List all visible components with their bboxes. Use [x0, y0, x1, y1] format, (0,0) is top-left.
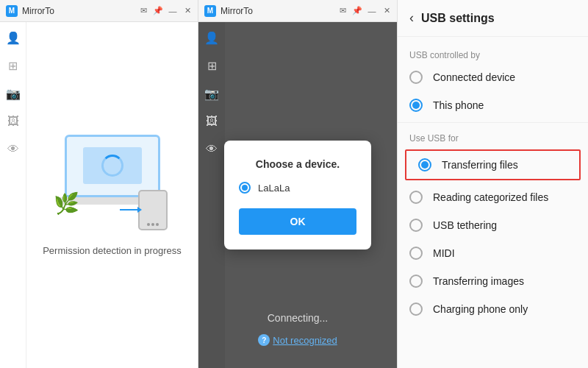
image-icon[interactable]: 🖼 — [5, 113, 21, 130]
transferring-images-radio[interactable] — [409, 275, 423, 288]
eye-icon[interactable]: 👁 — [5, 141, 21, 158]
panel1-title: MirrorTo — [22, 6, 135, 16]
dot2 — [151, 223, 154, 226]
connector-line — [120, 209, 138, 210]
grid-icon[interactable]: ⊞ — [5, 57, 21, 74]
laptop-screen — [65, 135, 160, 197]
help-icon: ? — [258, 334, 270, 346]
panel2-pin-icon[interactable]: 📌 — [353, 7, 362, 15]
section-divider — [398, 122, 588, 123]
panel2-mirrorto-dialog: MirrorTo ✉ 📌 — ✕ 👤 ⊞ 📷 🖼 👁 Choose a devi… — [198, 0, 397, 368]
usb-controlled-by-label: USB controlled by — [398, 46, 588, 63]
usb-settings-title: USB settings — [421, 12, 495, 25]
this-phone-radio[interactable] — [409, 99, 423, 112]
device-option[interactable]: LaLaLa — [239, 182, 356, 194]
device-option-label: LaLaLa — [258, 183, 290, 194]
charging-phone-only-option[interactable]: Charging phone only — [398, 295, 588, 323]
panel1-controls: ✉ 📌 — ✕ — [139, 7, 192, 15]
connector-arrow — [137, 207, 142, 213]
connected-device-radio[interactable] — [409, 71, 423, 84]
laptop-screen-inner — [83, 147, 142, 184]
illustration: 🌿 — [54, 135, 171, 230]
panel2-titlebar: MirrorTo ✉ 📌 — ✕ — [198, 0, 397, 22]
panel1-app-icon — [6, 5, 18, 17]
camera-icon[interactable]: 📷 — [5, 85, 21, 102]
midi-label: MIDI — [433, 247, 455, 259]
panel2-controls: ✉ 📌 — ✕ — [338, 7, 391, 15]
permission-status-text: Permission detection in progress — [43, 245, 182, 256]
close-icon[interactable]: ✕ — [183, 7, 192, 15]
use-usb-for-label: Use USB for — [398, 129, 588, 146]
this-phone-option[interactable]: This phone — [398, 91, 588, 119]
email-icon[interactable]: ✉ — [139, 7, 148, 15]
panel2-close-icon[interactable]: ✕ — [382, 7, 391, 15]
dot1 — [147, 223, 150, 226]
reading-categorized-radio[interactable] — [409, 191, 423, 204]
usb-settings-body: USB controlled by Connected device This … — [398, 37, 588, 368]
dot3 — [156, 223, 159, 226]
not-recognized-link[interactable]: ? Not recognized — [198, 334, 397, 346]
not-recognized-text[interactable]: Not recognized — [273, 335, 337, 346]
connected-device-option[interactable]: Connected device — [398, 63, 588, 91]
usb-tethering-label: USB tethering — [433, 219, 497, 231]
device-radio-selected[interactable] — [239, 182, 251, 194]
transferring-files-option[interactable]: Transferring files — [405, 149, 581, 180]
transferring-files-label: Transferring files — [442, 159, 518, 171]
panel3-usb-settings: ‹ USB settings USB controlled by Connect… — [397, 0, 588, 368]
this-phone-label: This phone — [433, 99, 484, 111]
usb-tethering-radio[interactable] — [409, 219, 423, 232]
panel1-body: 👤 ⊞ 📷 🖼 👁 🌿 — [0, 22, 198, 368]
phone-dots — [147, 223, 159, 226]
ok-button[interactable]: OK — [239, 208, 356, 235]
panel1-titlebar: MirrorTo ✉ 📌 — ✕ — [0, 0, 198, 22]
person-icon[interactable]: 👤 — [5, 29, 21, 46]
plant-decoration: 🌿 — [54, 191, 79, 216]
connecting-text: Connecting... — [198, 312, 397, 324]
panel1-mirrorto-app: MirrorTo ✉ 📌 — ✕ 👤 ⊞ 📷 🖼 👁 🌿 — [0, 0, 198, 368]
panel1-sidebar: 👤 ⊞ 📷 🖼 👁 — [0, 22, 26, 368]
panel2-app-icon — [204, 5, 216, 17]
panel2-minimize-icon[interactable]: — — [368, 7, 376, 15]
choose-device-dialog: Choose a device. LaLaLa OK — [224, 141, 371, 250]
panel2-body: 👤 ⊞ 📷 🖼 👁 Choose a device. LaLaLa OK Con… — [198, 22, 397, 368]
pin-icon[interactable]: 📌 — [154, 7, 162, 15]
use-usb-for-section: Use USB for Transferring files Reading c… — [398, 129, 588, 323]
transferring-files-radio[interactable] — [418, 158, 431, 171]
panel2-email-icon[interactable]: ✉ — [338, 7, 347, 15]
transferring-images-label: Transferring images — [433, 275, 524, 287]
minimize-icon[interactable]: — — [168, 7, 177, 15]
transferring-images-option[interactable]: Transferring images — [398, 267, 588, 295]
spinner — [101, 155, 123, 177]
panel1-main: 🌿 Permission detection in progress — [26, 22, 198, 368]
panel2-title: MirrorTo — [220, 6, 334, 16]
reading-categorized-files-option[interactable]: Reading categorized files — [398, 183, 588, 211]
dialog-title: Choose a device. — [239, 158, 356, 170]
midi-radio[interactable] — [409, 247, 423, 260]
reading-categorized-label: Reading categorized files — [433, 191, 548, 203]
usb-tethering-option[interactable]: USB tethering — [398, 211, 588, 239]
midi-option[interactable]: MIDI — [398, 239, 588, 267]
usb-settings-header: ‹ USB settings — [398, 0, 588, 37]
charging-phone-radio[interactable] — [409, 302, 423, 316]
connected-device-label: Connected device — [433, 71, 515, 83]
back-button[interactable]: ‹ — [409, 10, 414, 26]
charging-phone-label: Charging phone only — [433, 303, 528, 315]
phone-device — [138, 190, 168, 230]
